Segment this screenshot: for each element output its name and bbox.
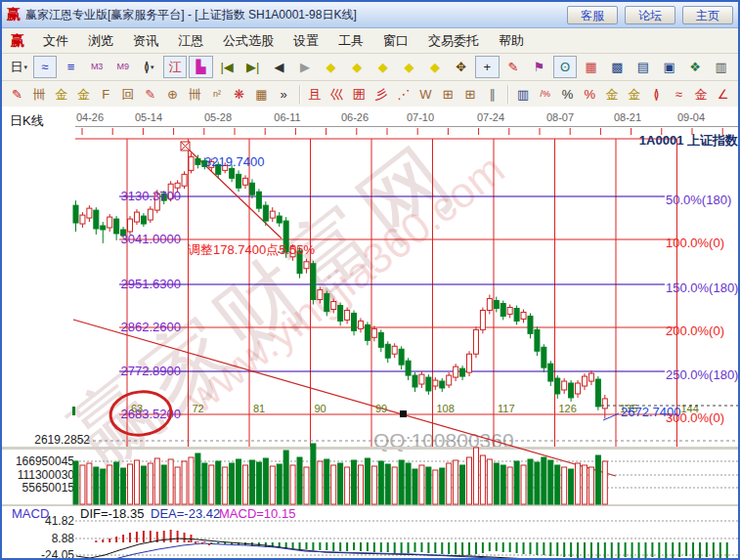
ray-fan-icon[interactable]: 彡 [371, 83, 392, 106]
more-tools-icon[interactable]: » [274, 83, 294, 106]
gold-level-icon[interactable]: 金 [624, 83, 644, 106]
menu-item-3[interactable]: 江恩 [168, 32, 213, 50]
n-square-icon[interactable]: n² [207, 83, 228, 106]
macd-header-value: DIF=-18.35 [80, 506, 144, 521]
gold-circle-icon[interactable]: 金 [602, 83, 623, 106]
calendar-icon[interactable]: ▦ [579, 56, 603, 78]
candle-body [365, 324, 370, 340]
gann-box-icon[interactable]: 囲 [349, 83, 370, 106]
menu-item-8[interactable]: 交易委托 [418, 32, 489, 50]
save-web-icon[interactable]: ❖ [683, 56, 708, 78]
gold-grid-1-icon[interactable]: 金 [51, 83, 71, 106]
fib-grid-icon[interactable]: F [96, 83, 116, 106]
macd-cross-dot [195, 541, 196, 543]
menu-item-0[interactable]: 文件 [33, 32, 78, 50]
diamond-updown-icon[interactable]: ◆ [371, 56, 396, 78]
volume-bar [318, 461, 323, 504]
wave-a-icon[interactable]: ≈ [669, 83, 689, 106]
analysis-brain-icon[interactable]: ʘ [553, 56, 578, 78]
parallel-channel-icon[interactable]: ∥ [482, 83, 502, 106]
gann-marker-icon[interactable]: 江 [163, 56, 188, 78]
percent-slash-icon[interactable]: /% [535, 83, 555, 106]
scale-bottom-label: 2619.2852 [34, 433, 90, 447]
gold-grid-2-icon[interactable]: 金 [73, 83, 94, 106]
quote-list-icon[interactable]: ≡ [59, 56, 83, 78]
diamond-right-icon[interactable]: ◆ [345, 56, 370, 78]
grid-comb-icon[interactable]: 卌 [29, 83, 50, 106]
cycle-grid-icon[interactable]: 回 [118, 83, 139, 106]
measure-frame-glyph: 且 [308, 88, 321, 101]
candle-edit-icon[interactable]: ≬ [646, 83, 667, 106]
candle-body [419, 374, 424, 384]
titlebar-button-forum[interactable]: 论坛 [625, 6, 675, 24]
time-web-icon[interactable]: ❋ [229, 83, 249, 106]
trend-indicator-icon[interactable]: ≈ [33, 56, 58, 78]
color-analysis-icon[interactable]: ▙ [189, 56, 213, 78]
candle-body [318, 290, 323, 300]
volume-bar [576, 463, 581, 504]
price-grid-1-icon[interactable]: ⊞ [438, 83, 458, 106]
gann-fan-icon[interactable]: 巛 [326, 83, 347, 106]
titlebar-button-home[interactable]: 主页 [682, 6, 733, 24]
first-page-icon[interactable]: |◀ [215, 56, 239, 78]
menu-item-7[interactable]: 窗口 [373, 32, 418, 50]
trendline-mid-handle[interactable] [400, 410, 407, 417]
menu-item-5[interactable]: 设置 [283, 32, 328, 50]
calculator-glyph: ▩ [611, 61, 623, 73]
candle-style-icon[interactable]: ≬▾ [137, 56, 161, 78]
candle-body [521, 312, 526, 319]
candle-body [128, 219, 133, 232]
indicator-panel-icon[interactable]: ▥ [513, 83, 534, 106]
last-page-icon[interactable]: ▶| [240, 56, 265, 78]
date-tick-label: 07-10 [407, 111, 434, 123]
percent-icon[interactable]: % [557, 83, 578, 106]
angle-set-icon[interactable]: ⋰ [393, 83, 414, 106]
gann-wheel-icon[interactable]: ⊕ [162, 83, 183, 106]
print-icon[interactable]: ▥ [709, 56, 733, 78]
menu-item-1[interactable]: 浏览 [78, 32, 123, 50]
save-icon[interactable]: ▣ [657, 56, 681, 78]
prev-page-icon[interactable]: ◀ [267, 56, 291, 78]
menu-item-9[interactable]: 帮助 [489, 32, 534, 50]
candle-body [595, 379, 600, 407]
menu-item-4[interactable]: 公式选股 [213, 32, 283, 50]
draw-pen-icon[interactable]: ✎ [501, 56, 526, 78]
calculator-icon[interactable]: ▩ [605, 56, 630, 78]
hand-tool-icon[interactable]: ✥ [449, 56, 473, 78]
percent-slash-glyph: /% [541, 90, 551, 99]
titlebar-button-service[interactable]: 客服 [567, 6, 618, 24]
next-page-icon[interactable]: ▶ [293, 56, 318, 78]
menu-item-6[interactable]: 工具 [328, 32, 373, 50]
grid-comb-2-icon[interactable]: 卌 [185, 83, 205, 106]
angle-j-icon[interactable]: ∠ [713, 83, 733, 106]
volume-bar [385, 464, 390, 504]
candle-body [243, 178, 248, 185]
grid-123-icon[interactable]: ▦ [251, 83, 272, 106]
flag-tool-icon[interactable]: ⚑ [527, 56, 551, 78]
ma9-chart-icon[interactable]: M9 [110, 56, 135, 78]
price-grid-2-icon[interactable]: ⊞ [459, 83, 480, 106]
wave-tool-icon[interactable]: W [415, 83, 436, 106]
notes-icon[interactable]: ▤ [631, 56, 656, 78]
volume-bar [202, 463, 207, 504]
grid-123-glyph: ▦ [255, 88, 267, 101]
dropdown-arrow-icon[interactable]: ▾ [24, 64, 28, 70]
measure-frame-icon[interactable]: 且 [304, 83, 325, 106]
flag-tool-glyph: ⚑ [534, 61, 545, 73]
percent-line-icon[interactable]: % [580, 83, 600, 106]
diamond-expand-icon[interactable]: ◆ [423, 56, 448, 78]
diamond-left-icon[interactable]: ◆ [319, 56, 343, 78]
volume-bar [223, 467, 228, 504]
volume-bar [501, 465, 505, 504]
red-pencil-icon[interactable]: ✎ [140, 83, 160, 106]
dropdown-arrow-icon[interactable]: ▾ [151, 64, 154, 70]
ma3-chart-icon[interactable]: M3 [85, 56, 109, 78]
candle-body [73, 205, 78, 223]
menu-item-2[interactable]: 资讯 [123, 32, 168, 50]
kline-period-icon[interactable]: 日▾ [7, 56, 31, 78]
diamond-compress-icon[interactable]: ◆ [397, 56, 421, 78]
crosshair-tool-icon[interactable]: + [475, 56, 500, 78]
volume-bar [297, 457, 302, 504]
gold-red-icon[interactable]: 金 [691, 83, 712, 106]
draw-brush-icon[interactable]: ✎ [7, 83, 27, 106]
